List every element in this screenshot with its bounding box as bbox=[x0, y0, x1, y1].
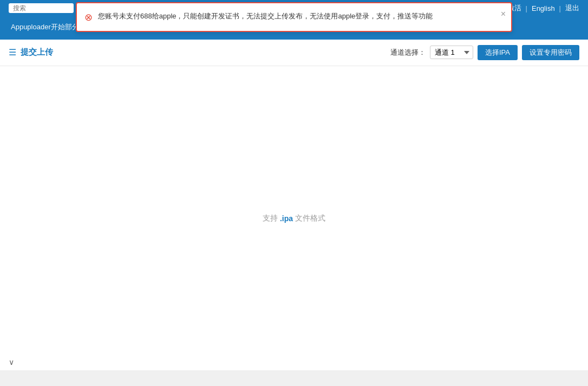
bottom-bar: ∨ bbox=[0, 354, 588, 370]
support-text: 支持 bbox=[263, 214, 278, 223]
toolbar: ☰ 提交上传 通道选择： 通道 1 通道 2 通道 3 选择IPA 设置专用密码 bbox=[0, 40, 588, 66]
select-ipa-button[interactable]: 选择IPA bbox=[478, 45, 518, 60]
alert-error-icon: ⊗ bbox=[84, 11, 93, 23]
alert-message: 您账号未支付688给apple，只能创建开发证书，无法提交上传发布，无法使用ap… bbox=[98, 11, 433, 22]
alert-box: ⊗ 您账号未支付688给apple，只能创建开发证书，无法提交上传发布，无法使用… bbox=[76, 2, 512, 32]
channel-select[interactable]: 通道 1 通道 2 通道 3 bbox=[430, 46, 473, 59]
main-area: ☰ 提交上传 通道选择： 通道 1 通道 2 通道 3 选择IPA 设置专用密码… bbox=[0, 40, 588, 370]
toolbar-right: 通道选择： 通道 1 通道 2 通道 3 选择IPA 设置专用密码 bbox=[390, 45, 579, 60]
collapse-button[interactable]: ∨ bbox=[9, 358, 14, 366]
channel-label: 通道选择： bbox=[390, 48, 426, 57]
toolbar-left: ☰ 提交上传 bbox=[9, 47, 53, 57]
toolbar-title: 提交上传 bbox=[21, 47, 53, 57]
set-password-button[interactable]: 设置专用密码 bbox=[522, 45, 579, 60]
alert-close-button[interactable]: × bbox=[501, 10, 506, 18]
alert-overlay: ⊗ 您账号未支付688给apple，只能创建开发证书，无法提交上传发布，无法使用… bbox=[0, 0, 588, 34]
ipa-extension: .ipa bbox=[280, 214, 293, 223]
drop-zone[interactable]: 支持 .ipa 文件格式 bbox=[0, 66, 588, 371]
format-text: 文件格式 bbox=[295, 214, 325, 223]
menu-icon: ☰ bbox=[9, 47, 16, 57]
drop-zone-text: 支持 .ipa 文件格式 bbox=[263, 214, 325, 223]
